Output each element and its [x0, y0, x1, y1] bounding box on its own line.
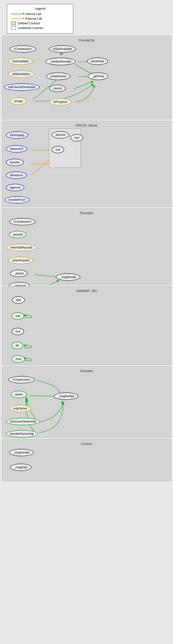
ownable-onlyowner-node: onlyOwner [9, 405, 31, 412]
ierc20-amount-node: amount [52, 131, 69, 138]
ownable-renounce-node: renounceOwnership [6, 418, 40, 425]
undefined-contract-label: Undefined Contract [18, 26, 43, 30]
legend-external-call: External Call [11, 17, 69, 20]
legend-title: Legend [11, 7, 69, 10]
pinkslip-isslotavailable-node: isSlotAvailable [49, 45, 76, 53]
pinkslip-title: PinkslipFlip [5, 38, 168, 42]
legend-undefined-contract: Undefined Contract [11, 26, 69, 30]
ierc20-transfer-node: transfer [6, 159, 24, 166]
ierc20-totalsupply-node: totalSupply [6, 132, 28, 139]
pinkslip-accept-node: accept [10, 98, 26, 105]
pinkslip-creategame-node: createGame [46, 72, 71, 80]
safemath-mod-node: mod [11, 355, 25, 363]
context-title: Context [5, 442, 168, 446]
safemath-div-node: div [11, 342, 23, 349]
pinkslip-section: PinkslipFlip [2, 36, 171, 119]
pausable-whennotpaused-node: whenNotPaused [7, 244, 36, 251]
ownable-owner-node: owner [11, 391, 27, 398]
safemath-mul-node: mul [11, 328, 24, 335]
context-msgsender-node: _msgSender [9, 449, 34, 456]
ownable-msgsender-node: _msgSender [54, 392, 78, 400]
external-call-line [11, 18, 23, 19]
defined-contract-rect [11, 22, 16, 25]
safemath-sub-node: sub [11, 312, 24, 320]
ierc20-balanceof-node: balanceOf [6, 145, 27, 152]
ierc20-title: IERC20 (iface) [5, 124, 168, 127]
legend-defined-contract: Defined Contract [11, 22, 69, 25]
pinkslip-setfee-node: setFeeAndDestinator [4, 84, 40, 91]
pausable-whenpaused-node: whenPaused [8, 257, 33, 264]
pinkslip-slotavailable-node: slotAvailable [8, 58, 33, 65]
ierc20-approve-node: approve [6, 184, 24, 191]
ownable-title: Ownable [5, 369, 168, 373]
ownable-section: Ownable <Constructor> owner _msgSen [2, 366, 171, 438]
pausable-constructor-node: <Constructor> [9, 218, 36, 226]
ierc20-transferfrom-node: transferFrom [5, 196, 29, 204]
pinkslip-randomnumber-node: _randomNumber [45, 58, 76, 66]
pinkslip-cancel-node: cancel [49, 85, 66, 92]
main-container: Legend Internal Call External Call Defin… [0, 0, 173, 484]
undefined-contract-rect [11, 26, 16, 30]
safemath-section: SafeMath (lib) add sub mul div mod [2, 286, 171, 365]
internal-call-label: Internal Call [25, 12, 41, 16]
pinkslip-constructor-node: <Constructor> [9, 45, 36, 53]
context-section: Context _msgSender _msgData [2, 439, 171, 481]
safemath-title: SafeMath (lib) [5, 289, 168, 292]
legend-internal-call: Internal Call [11, 12, 69, 16]
ierc20-sub-node: sub [52, 146, 64, 153]
internal-call-line [11, 14, 23, 14]
pausable-pause-node: _pause [10, 270, 27, 277]
pinkslip-allslotsstatus-node: allSlotsStatus [8, 70, 34, 78]
external-call-label: External Call [25, 17, 42, 20]
ierc20-allowance-node: allowance [6, 172, 27, 179]
pausable-section: Pausable <Constructor> paused whenNotPau… [2, 208, 171, 285]
safemath-svg [2, 286, 171, 365]
ownable-constructor-node: <Constructor> [8, 376, 35, 384]
pausable-msgsender-node: _msgSender [56, 274, 80, 281]
ierc20-mul-node: mul [70, 134, 83, 142]
legend-box: Legend Internal Call External Call Defin… [7, 4, 73, 34]
pinkslip-blockhash-node: blockhash [87, 58, 108, 65]
pausable-paused-node: paused [9, 231, 26, 238]
ownable-transfer-node: transferOwnership [6, 430, 38, 438]
defined-contract-label: Defined Contract [18, 22, 40, 25]
pinkslip-gettime-node: _getTime [88, 72, 108, 80]
context-msgdata-node: _msgData [10, 464, 31, 471]
safemath-add-node: add [12, 296, 25, 304]
pausable-title: Pausable [5, 211, 168, 215]
pinkslip-inprogress-node: inProgress [49, 98, 71, 106]
ierc20-section: IERC20 (iface) totalSupply balanceOf tra… [2, 121, 171, 207]
